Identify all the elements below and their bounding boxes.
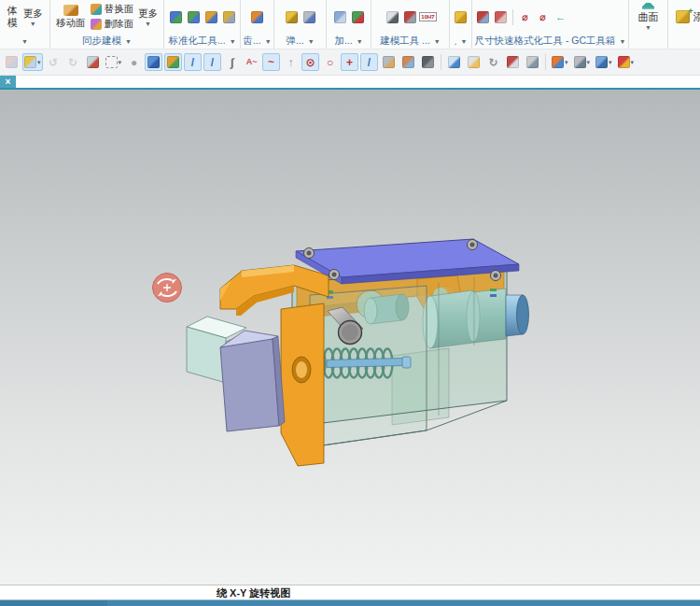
replace-face-button[interactable]: 替换面 xyxy=(91,3,134,17)
keyboard-input-icon[interactable] xyxy=(221,9,237,25)
face-shade-icon[interactable] xyxy=(380,53,398,71)
clip-section-icon[interactable]: ▾ xyxy=(572,53,593,71)
studio-spline-icon[interactable]: A~ xyxy=(243,53,260,71)
close-tab-button[interactable]: × xyxy=(0,76,16,88)
partial-command-labels[interactable]: 体 模 xyxy=(3,5,18,29)
icon-graphic xyxy=(404,11,416,23)
diameter-ref-icon[interactable]: ⌀ xyxy=(535,9,551,25)
more-button-sync[interactable]: 更多 ▼ xyxy=(135,7,161,27)
group-dropdown-icon[interactable]: ▼ xyxy=(125,38,132,45)
work-stamp-icon[interactable] xyxy=(524,53,541,71)
icon-glyph: + xyxy=(346,57,353,68)
chevron-down-icon: ▼ xyxy=(645,24,651,31)
spring-brush-icon[interactable] xyxy=(301,9,317,25)
sine-curve-icon[interactable]: ~ xyxy=(262,53,280,71)
add-component-button[interactable]: + 添加 xyxy=(676,10,700,24)
group-label-machining: 加... xyxy=(334,35,352,48)
icon-glyph: ↑ xyxy=(288,57,294,68)
snap-move-icon[interactable] xyxy=(164,53,182,71)
group-label-dot: . xyxy=(455,35,457,47)
standard-assembly-icon[interactable] xyxy=(186,9,202,25)
clipboard-paste-icon[interactable] xyxy=(3,53,21,71)
slash-line-icon[interactable]: / xyxy=(360,53,378,71)
icon-glyph: / xyxy=(211,57,214,68)
point-plus-icon[interactable]: + xyxy=(341,53,358,71)
spring-design-icon[interactable] xyxy=(284,9,300,25)
icon-glyph: ↻ xyxy=(489,57,498,68)
icon-glyph: ↻ xyxy=(68,57,77,68)
standard-part-icon[interactable] xyxy=(168,9,184,25)
line-tool-icon[interactable]: / xyxy=(184,53,202,71)
standard-feature-icon[interactable] xyxy=(203,9,219,25)
group-label-spring: 弹... xyxy=(286,35,303,48)
diameter-dim-icon[interactable]: ⌀ xyxy=(517,9,533,25)
edit-section-icon[interactable] xyxy=(504,53,522,71)
profile-line-icon[interactable]: / xyxy=(203,53,221,71)
surface-button[interactable]: 曲面 ▼ xyxy=(638,3,659,31)
render-sphere-icon[interactable]: ● xyxy=(125,53,143,71)
view-window-icon[interactable] xyxy=(465,53,483,71)
select-rectangle-icon[interactable]: ▾ xyxy=(104,53,124,71)
document-tab-strip: × xyxy=(0,76,700,90)
mesh-face-icon[interactable] xyxy=(419,53,437,71)
section-magnifier-icon[interactable] xyxy=(445,53,463,71)
move-face-icon xyxy=(63,5,78,16)
icon-graphic xyxy=(402,56,414,68)
swap-dim-icon[interactable]: ← xyxy=(553,9,568,25)
fixture-tool-icon[interactable] xyxy=(332,9,348,25)
group-dropdown-icon[interactable]: ▼ xyxy=(620,38,626,45)
dropdown-arrow-icon[interactable]: ▾ xyxy=(37,59,41,65)
partial-label-1: 体 xyxy=(3,5,18,17)
weld-assistant-icon[interactable] xyxy=(402,9,418,25)
move-face-button[interactable]: 移动面 xyxy=(53,5,89,30)
lavender-block[interactable] xyxy=(220,331,285,431)
blue-shaft-end[interactable] xyxy=(506,295,529,336)
group-dropdown-icon[interactable]: ▼ xyxy=(308,38,315,45)
group-label-sync: 同步建模 xyxy=(82,35,121,48)
dimension-edit-icon[interactable] xyxy=(493,9,509,25)
tolerance-10h7-icon[interactable]: 10H7 xyxy=(420,9,436,25)
group-dropdown-icon[interactable]: ▼ xyxy=(434,38,441,45)
face-draft-icon[interactable] xyxy=(399,53,417,71)
redo-icon[interactable]: ↻ xyxy=(64,53,82,71)
group-dropdown-icon[interactable]: ▼ xyxy=(460,38,467,45)
refresh-view-icon[interactable]: ↻ xyxy=(484,53,502,71)
display-cube-icon[interactable]: ▾ xyxy=(594,53,614,71)
arc-hook-icon[interactable]: ∫ xyxy=(223,53,241,71)
orbit-rotate-icon[interactable] xyxy=(84,53,102,71)
shaded-cube-icon[interactable] xyxy=(145,53,162,71)
group-dropdown-icon[interactable]: ▼ xyxy=(357,38,363,45)
icon-glyph: ~ xyxy=(268,57,274,68)
undo-icon[interactable]: ↺ xyxy=(45,53,63,71)
toolbar-divider xyxy=(512,9,513,25)
icon-glyph: ⌀ xyxy=(522,12,528,22)
add-component-icon: + xyxy=(676,10,690,23)
dropdown-arrow-icon[interactable]: ▾ xyxy=(631,59,635,65)
view-section-icon[interactable] xyxy=(385,9,400,25)
icon-glyph: ⌀ xyxy=(539,12,546,22)
feature-insert-icon[interactable]: ▾ xyxy=(22,53,43,71)
group-dropdown-icon[interactable]: ▼ xyxy=(265,38,272,45)
dropdown-arrow-icon[interactable]: ▾ xyxy=(609,59,612,65)
graphics-viewport[interactable] xyxy=(0,90,700,585)
status-bar: 绕 X-Y 旋转视图 xyxy=(0,585,700,599)
more-button-left[interactable]: 更多 ▼ xyxy=(20,7,47,27)
point-on-curve-icon[interactable]: ⊙ xyxy=(301,53,319,71)
dropdown-arrow-icon[interactable]: ▾ xyxy=(565,59,568,65)
group-dropdown-icon[interactable]: ▼ xyxy=(21,38,28,45)
window-layout-icon[interactable]: ▾ xyxy=(550,53,570,71)
dropdown-arrow-icon[interactable]: ▾ xyxy=(119,59,122,65)
probe-tool-icon[interactable] xyxy=(350,9,366,25)
axis-point-icon[interactable]: ↑ xyxy=(282,53,300,71)
ribbon-group-standard-tools: 标准化工具... ▼ xyxy=(164,0,241,49)
snap-point-options-icon[interactable]: ▾ xyxy=(616,53,637,71)
icon-graphic xyxy=(477,11,489,23)
gear-modeling-icon[interactable] xyxy=(249,9,265,25)
circle-tool-icon[interactable]: ○ xyxy=(321,53,339,71)
group-dropdown-icon[interactable]: ▼ xyxy=(230,38,236,45)
dimension-quick-icon[interactable] xyxy=(475,9,491,25)
dropdown-arrow-icon[interactable]: ▾ xyxy=(587,59,591,65)
delete-face-button[interactable]: 删除面 xyxy=(91,18,134,32)
chevron-down-icon: ▼ xyxy=(145,21,151,27)
bolt-library-icon[interactable] xyxy=(453,9,469,25)
